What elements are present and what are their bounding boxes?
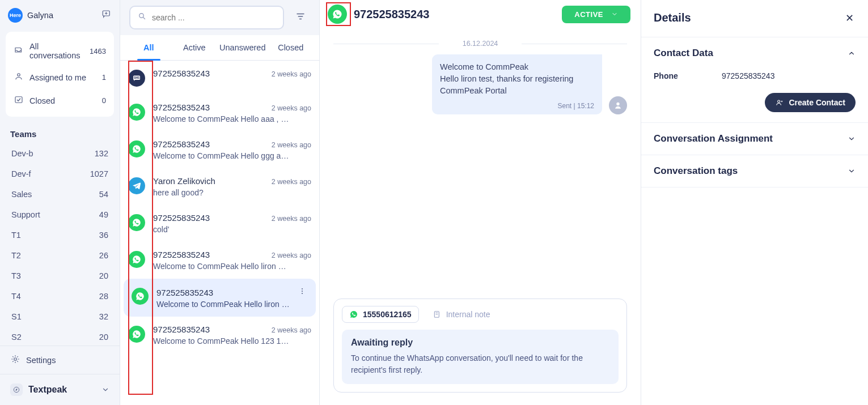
team-count: 49 bbox=[99, 210, 108, 219]
conversation-item[interactable]: 9725258352432 weeks agoWelcome to CommPe… bbox=[120, 242, 319, 279]
team-row[interactable]: Dev-f1027 bbox=[3, 164, 116, 184]
folder-closed[interactable]: Closed 0 bbox=[6, 89, 114, 112]
team-row[interactable]: T320 bbox=[3, 266, 116, 286]
team-count: 20 bbox=[99, 332, 108, 342]
team-row[interactable]: Sales54 bbox=[3, 184, 116, 204]
message-text: Welcome to CommPeak Hello liron test, th… bbox=[440, 61, 594, 97]
brand-switcher[interactable]: Textpeak bbox=[0, 374, 120, 405]
conversation-list[interactable]: 9725258352432 weeks ago9725258352432 wee… bbox=[120, 61, 319, 405]
close-button[interactable]: ✕ bbox=[843, 12, 856, 24]
conversation-item[interactable]: 9725258352432 weeks agoWelcome to CommPe… bbox=[120, 131, 319, 168]
section-label: Contact Data bbox=[654, 48, 713, 59]
section-toggle-tags[interactable]: Conversation tags bbox=[654, 165, 856, 177]
conversation-time: 2 weeks ago bbox=[272, 215, 311, 223]
details-title: Details bbox=[654, 11, 691, 24]
team-row[interactable]: Support49 bbox=[3, 204, 116, 225]
message-meta: Sent | 15:12 bbox=[440, 101, 594, 111]
folder-all-conversations[interactable]: All conversations 1463 bbox=[6, 36, 114, 66]
team-row[interactable]: S220 bbox=[3, 327, 116, 346]
folder-count: 1463 bbox=[90, 47, 106, 56]
chevron-down-icon bbox=[848, 167, 856, 175]
filter-button[interactable] bbox=[291, 8, 310, 27]
sidebar: Here Galyna All conversations 1463 Assig… bbox=[0, 0, 120, 405]
status-label: ACTIVE bbox=[574, 10, 603, 19]
search-input[interactable] bbox=[152, 13, 276, 22]
folder-label: Assigned to me bbox=[29, 73, 86, 82]
folder-count: 1 bbox=[102, 73, 106, 82]
conversation-item[interactable]: 9725258352432 weeks ago bbox=[120, 61, 319, 95]
team-row[interactable]: S132 bbox=[3, 306, 116, 327]
team-count: 36 bbox=[99, 231, 108, 240]
team-row[interactable]: Dev-b132 bbox=[3, 143, 116, 164]
awaiting-title: Awaiting reply bbox=[351, 338, 609, 348]
conversation-name: 972525835243 bbox=[153, 103, 210, 112]
search-input-wrapper[interactable] bbox=[129, 6, 284, 29]
conversation-item[interactable]: 9725258352432 weeks agocold' bbox=[120, 205, 319, 242]
team-row[interactable]: T136 bbox=[3, 225, 116, 245]
composer-tab-internal-note[interactable]: Internal note bbox=[426, 306, 497, 323]
team-count: 32 bbox=[99, 312, 108, 321]
conversation-preview: Welcome to CommPeak Hello aaa , … bbox=[153, 114, 311, 123]
conversation-time: 2 weeks ago bbox=[272, 326, 311, 334]
message-area[interactable]: 16.12.2024 Welcome to CommPeak Hello lir… bbox=[320, 29, 641, 294]
conversation-preview: here all good? bbox=[153, 188, 311, 197]
sender-avatar-icon bbox=[609, 96, 627, 114]
sms-icon bbox=[128, 70, 145, 87]
team-count: 20 bbox=[99, 271, 108, 280]
whatsapp-icon bbox=[128, 140, 145, 157]
chevron-up-icon bbox=[848, 49, 856, 57]
check-icon bbox=[14, 95, 24, 106]
conversation-time: 2 weeks ago bbox=[272, 251, 311, 259]
folder-label: Closed bbox=[29, 96, 55, 105]
team-name: Sales bbox=[11, 190, 32, 199]
teams-heading: Teams bbox=[0, 117, 120, 143]
phone-value: 972525835243 bbox=[722, 71, 774, 80]
brand-name: Textpeak bbox=[28, 385, 67, 395]
tab-unanswered[interactable]: Unanswered bbox=[217, 35, 268, 60]
section-conversation-tags: Conversation tags bbox=[641, 155, 868, 187]
status-dropdown[interactable]: ACTIVE bbox=[562, 6, 630, 23]
create-contact-button[interactable]: Create Contact bbox=[765, 93, 856, 112]
composer-tab-label: 15550612165 bbox=[363, 310, 412, 319]
conversation-item[interactable]: 972525835243Welcome to CommPeak Hello li… bbox=[124, 279, 316, 317]
team-count: 54 bbox=[99, 190, 108, 199]
conversation-name: Yaron Zelikovich bbox=[153, 176, 215, 186]
chevron-down-icon bbox=[848, 135, 856, 143]
conversation-more-button[interactable] bbox=[297, 287, 308, 296]
conversation-item[interactable]: Yaron Zelikovich2 weeks agohere all good… bbox=[120, 168, 319, 205]
conversation-preview: cold' bbox=[153, 225, 311, 234]
tab-active[interactable]: Active bbox=[172, 35, 218, 60]
conversation-name: 972525835243 bbox=[156, 288, 213, 297]
folder-assigned-to-me[interactable]: Assigned to me 1 bbox=[6, 66, 114, 89]
section-toggle-assignment[interactable]: Conversation Assignment bbox=[654, 133, 856, 144]
team-name: Support bbox=[11, 210, 40, 219]
conversation-item[interactable]: 9725258352432 weeks agoWelcome to CommPe… bbox=[120, 317, 319, 353]
whatsapp-icon bbox=[128, 214, 145, 231]
composer-tab-number[interactable]: 15550612165 bbox=[342, 306, 419, 323]
conversation-column: 972525835243 ACTIVE 16.12.2024 Welcome t… bbox=[320, 0, 641, 405]
section-toggle-contact-data[interactable]: Contact Data bbox=[654, 48, 856, 59]
team-name: S2 bbox=[11, 332, 22, 342]
conversation-item[interactable]: 9725258352432 weeks agoWelcome to CommPe… bbox=[120, 95, 319, 131]
user-add-icon bbox=[775, 98, 784, 107]
section-conversation-assignment: Conversation Assignment bbox=[641, 122, 868, 155]
conversation-list-column: All Active Unanswered Closed 97252583524… bbox=[120, 0, 320, 405]
tab-closed[interactable]: Closed bbox=[268, 35, 314, 60]
folder-label: All conversations bbox=[29, 42, 90, 60]
user-icon bbox=[14, 71, 24, 83]
team-row[interactable]: T428 bbox=[3, 286, 116, 306]
tab-all[interactable]: All bbox=[126, 35, 172, 60]
conversation-preview: Welcome to CommPeak Hello liron … bbox=[153, 262, 311, 271]
current-user[interactable]: Here Galyna bbox=[8, 8, 53, 23]
new-conversation-icon[interactable] bbox=[101, 9, 112, 22]
settings-link[interactable]: Settings bbox=[0, 346, 120, 374]
note-icon bbox=[433, 310, 442, 319]
team-row[interactable]: T226 bbox=[3, 245, 116, 266]
whatsapp-icon bbox=[349, 310, 358, 319]
team-name: T4 bbox=[11, 292, 21, 301]
conversation-name: 972525835243 bbox=[153, 69, 210, 78]
team-name: T1 bbox=[11, 231, 21, 240]
whatsapp-icon bbox=[128, 251, 145, 268]
conversation-name: 972525835243 bbox=[153, 250, 210, 259]
chevron-down-icon bbox=[611, 11, 618, 18]
